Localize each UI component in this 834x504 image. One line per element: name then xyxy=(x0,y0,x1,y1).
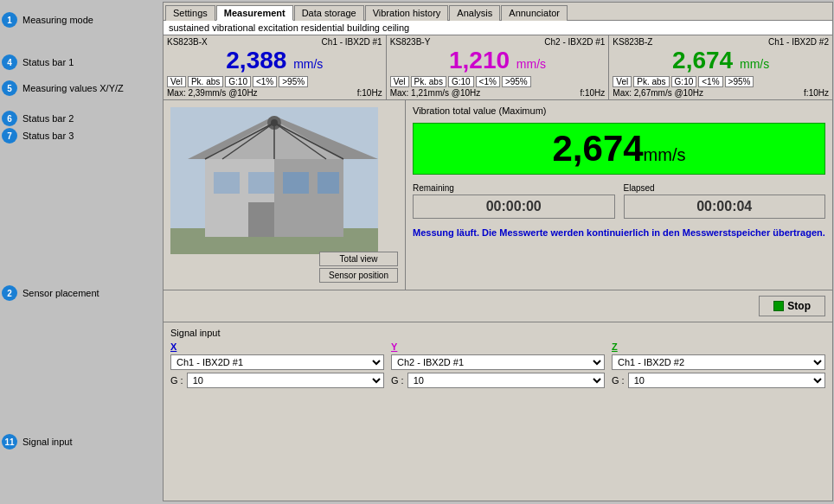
ann-label-1: Measuring mode xyxy=(22,15,93,25)
vibration-total-unit: mm/s xyxy=(644,145,686,164)
badge: G:10 xyxy=(671,76,697,87)
vibration-total-value: 2,674 xyxy=(553,128,644,169)
tab-measurement[interactable]: Measurement xyxy=(216,5,293,21)
status-row2-0: VelPk. absG:10<1%>95% xyxy=(167,76,382,87)
bubble-1: 1 xyxy=(2,12,17,28)
bubble-6: 6 xyxy=(2,111,17,126)
bubble-5: 5 xyxy=(2,80,17,96)
gain-select-Z[interactable]: 10 xyxy=(628,373,825,388)
signal-axis-col-Z: Z Ch1 - IBX2D #2 G : 10 xyxy=(612,341,825,388)
stop-label: Stop xyxy=(787,300,811,312)
tab-bar: SettingsMeasurementData storageVibration… xyxy=(164,3,832,21)
signal-grid: X Ch1 - IBX2D #1 G : 10 Y Ch2 - IBX2D #1… xyxy=(170,341,825,388)
badge: Vel xyxy=(613,76,632,87)
channel-select-X[interactable]: Ch1 - IBX2D #1 xyxy=(170,354,384,370)
tab-analysis[interactable]: Analysis xyxy=(449,5,500,21)
status-row2-1: VelPk. absG:10<1%>95% xyxy=(390,76,606,87)
gain-label-Y: G : xyxy=(391,375,404,386)
sensor-freq-0: f:10Hz xyxy=(357,88,382,98)
annotation-1: 1Measuring mode xyxy=(2,12,93,28)
tab-data-storage[interactable]: Data storage xyxy=(294,5,364,21)
badge: Vel xyxy=(167,76,186,87)
badge: >95% xyxy=(502,76,531,87)
sensor-freq-2: f:10Hz xyxy=(804,88,829,98)
signal-input-label: Signal input xyxy=(170,328,825,338)
gain-row-X: G : 10 xyxy=(170,373,384,388)
stop-area: Stop xyxy=(164,290,832,322)
duration-row: Remaining 00:00:00 Elapsed 00:00:04 xyxy=(413,183,825,219)
sensor-max-1: Max: 1,21mm/s @10Hz xyxy=(390,88,481,98)
annotation-4: 4Status bar 1 xyxy=(2,54,74,70)
description-bar: sustained vibrational excitation residen… xyxy=(164,21,832,35)
annotation-5: 5Measuring values X/Y/Z xyxy=(2,80,124,96)
sensor-unit-0: mm/s xyxy=(293,57,323,71)
axis-label-Y: Y xyxy=(391,341,605,352)
remaining-box: Remaining 00:00:00 xyxy=(413,183,615,219)
svg-rect-7 xyxy=(214,172,240,194)
axis-label-Z: Z xyxy=(612,341,825,352)
annotation-6: 6Status bar 2 xyxy=(2,111,74,126)
gain-select-X[interactable]: 10 xyxy=(187,373,384,388)
sensor-device-2: KS823B-Z xyxy=(613,37,652,47)
elapsed-value: 00:00:04 xyxy=(624,195,826,219)
sensor-value-1: 1,210 mm/s xyxy=(390,48,606,74)
ann-label-5: Measuring values X/Y/Z xyxy=(22,83,124,93)
sensor-value-2: 2,674 mm/s xyxy=(613,48,829,74)
badge: G:10 xyxy=(225,76,251,87)
ann-label-4: Status bar 1 xyxy=(22,57,74,67)
status-row3-0: Max: 2,39mm/s @10Hz f:10Hz xyxy=(167,88,382,98)
bubble-7: 7 xyxy=(2,128,17,144)
remaining-value: 00:00:00 xyxy=(413,195,615,219)
sensor-col-0: KS823B-X Ch1 - IBX2D #1 2,388 mm/s VelPk… xyxy=(164,35,387,99)
sensor-value-0: 2,388 mm/s xyxy=(167,48,382,74)
stop-button[interactable]: Stop xyxy=(759,296,825,316)
sensor-col-1: KS823B-Y Ch2 - IBX2D #1 1,210 mm/s VelPk… xyxy=(387,35,610,99)
tab-settings[interactable]: Settings xyxy=(165,5,215,21)
sensor-channel-2: Ch1 - IBX2D #2 xyxy=(768,37,829,47)
signal-axis-col-X: X Ch1 - IBX2D #1 G : 10 xyxy=(170,341,384,388)
annotation-11: 11Signal input xyxy=(2,434,73,450)
remarks-text: Messung läuft. Die Messwerte werden kont… xyxy=(413,227,825,238)
right-panel: Vibration total value (Maximum) 2,674mm/… xyxy=(406,100,832,290)
badge: G:10 xyxy=(448,76,474,87)
gain-label-Z: G : xyxy=(612,375,625,386)
bubble-11: 11 xyxy=(2,434,17,450)
status-row3-2: Max: 2,67mm/s @10Hz f:10Hz xyxy=(613,88,829,98)
ann-label-7: Status bar 3 xyxy=(22,131,74,141)
main-panel: SettingsMeasurementData storageVibration… xyxy=(163,2,833,501)
status-row2-2: VelPk. absG:10<1%>95% xyxy=(613,76,829,87)
total-view-button[interactable]: Total view xyxy=(319,252,398,266)
badge: <1% xyxy=(698,76,722,87)
axis-label-X: X xyxy=(170,341,384,352)
badge: Pk. abs xyxy=(633,76,669,87)
tab-annunciator[interactable]: Annunciator xyxy=(501,5,568,21)
ann-label-11: Signal input xyxy=(22,437,73,447)
svg-rect-9 xyxy=(283,172,309,194)
badge: >95% xyxy=(279,76,308,87)
sensor-device-0: KS823B-X xyxy=(167,37,208,47)
sensor-unit-2: mm/s xyxy=(740,57,769,71)
sensor-channel-0: Ch1 - IBX2D #1 xyxy=(322,37,382,47)
annotation-7: 7Status bar 3 xyxy=(2,128,74,144)
remaining-label: Remaining xyxy=(413,183,615,193)
sensor-device-1: KS823B-Y xyxy=(390,37,431,47)
ann-label-6: Status bar 2 xyxy=(22,113,74,124)
badge: <1% xyxy=(476,76,500,87)
channel-select-Z[interactable]: Ch1 - IBX2D #2 xyxy=(612,354,825,370)
image-buttons: Total view Sensor position xyxy=(319,252,398,283)
sensor-max-2: Max: 2,67mm/s @10Hz xyxy=(613,88,703,98)
gain-select-Y[interactable]: 10 xyxy=(407,373,605,388)
vibration-total-label: Vibration total value (Maximum) xyxy=(413,105,825,116)
bubble-4: 4 xyxy=(2,54,17,70)
tab-vibration-history[interactable]: Vibration history xyxy=(365,5,449,21)
badge: Pk. abs xyxy=(411,76,446,87)
sensor-grid: KS823B-X Ch1 - IBX2D #1 2,388 mm/s VelPk… xyxy=(164,35,832,100)
badge: <1% xyxy=(253,76,277,87)
badge: >95% xyxy=(725,76,754,87)
svg-rect-10 xyxy=(318,172,339,194)
gain-row-Z: G : 10 xyxy=(612,373,825,388)
ann-label-2: Sensor placement xyxy=(22,288,99,298)
channel-select-Y[interactable]: Ch2 - IBX2D #1 xyxy=(391,354,605,370)
sensor-position-button[interactable]: Sensor position xyxy=(319,268,398,283)
status-row3-1: Max: 1,21mm/s @10Hz f:10Hz xyxy=(390,88,606,98)
